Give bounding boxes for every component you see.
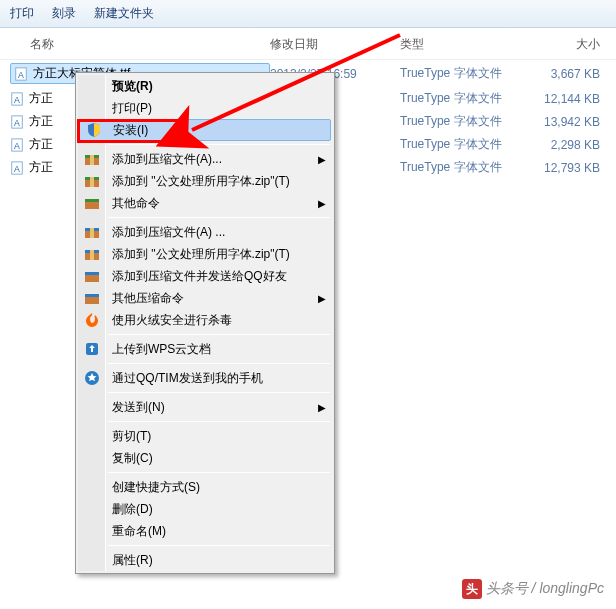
file-type: TrueType 字体文件 — [400, 136, 520, 153]
file-size: 3,667 KB — [520, 67, 600, 81]
toutiao-icon: 头 — [462, 579, 482, 599]
toolbar-burn[interactable]: 刻录 — [52, 5, 76, 22]
chevron-right-icon: ▶ — [318, 154, 326, 165]
menu-add-archive-qq[interactable]: 添加到压缩文件并发送给QQ好友 — [78, 265, 332, 287]
annotation-highlight-box — [77, 119, 185, 143]
file-type: TrueType 字体文件 — [400, 159, 520, 176]
menu-add-archive-2[interactable]: 添加到压缩文件(A) ... — [78, 221, 332, 243]
file-size: 12,793 KB — [520, 161, 600, 175]
menu-cut[interactable]: 剪切(T) — [78, 425, 332, 447]
menu-add-zip-2[interactable]: 添加到 "公文处理所用字体.zip"(T) — [78, 243, 332, 265]
star-icon — [84, 370, 100, 386]
font-file-icon: A — [14, 67, 28, 81]
menu-rename[interactable]: 重命名(M) — [78, 520, 332, 542]
menu-add-zip[interactable]: 添加到 "公文处理所用字体.zip"(T) — [78, 170, 332, 192]
cloud-upload-icon — [84, 341, 100, 357]
font-file-icon: A — [10, 115, 24, 129]
menu-add-archive[interactable]: 添加到压缩文件(A)...▶ — [78, 148, 332, 170]
svg-text:A: A — [14, 140, 20, 150]
archive-icon — [84, 151, 100, 167]
toolbar-print[interactable]: 打印 — [10, 5, 34, 22]
menu-upload-wps[interactable]: 上传到WPS云文档 — [78, 338, 332, 360]
archive-icon — [84, 290, 100, 306]
svg-text:A: A — [14, 117, 20, 127]
menu-send-to[interactable]: 发送到(N)▶ — [78, 396, 332, 418]
svg-rect-23 — [90, 250, 94, 260]
explorer-toolbar: 打印 刻录 新建文件夹 — [0, 0, 616, 28]
file-name: 方正 — [29, 159, 53, 176]
svg-rect-15 — [90, 177, 94, 187]
archive-icon — [84, 195, 100, 211]
svg-text:A: A — [18, 69, 24, 79]
col-date-header[interactable]: 修改日期 — [270, 36, 400, 53]
menu-delete[interactable]: 删除(D) — [78, 498, 332, 520]
watermark-text: 头条号 / longlingPc — [486, 580, 604, 598]
file-type: TrueType 字体文件 — [400, 90, 520, 107]
svg-rect-17 — [85, 199, 99, 202]
chevron-right-icon: ▶ — [318, 402, 326, 413]
file-size: 2,298 KB — [520, 138, 600, 152]
archive-icon — [84, 268, 100, 284]
archive-icon — [84, 173, 100, 189]
svg-rect-27 — [85, 294, 99, 297]
file-type: TrueType 字体文件 — [400, 65, 520, 82]
svg-rect-12 — [90, 155, 94, 165]
flame-icon — [84, 312, 100, 328]
file-size: 13,942 KB — [520, 115, 600, 129]
menu-create-shortcut[interactable]: 创建快捷方式(S) — [78, 476, 332, 498]
col-size-header[interactable]: 大小 — [520, 36, 600, 53]
column-headers: 名称 修改日期 类型 大小 — [0, 28, 616, 60]
svg-text:A: A — [14, 163, 20, 173]
context-menu: 预览(R) 打印(P) 安装(I) 添加到压缩文件(A)...▶ 添加到 "公文… — [75, 72, 335, 574]
menu-send-qq[interactable]: 通过QQ/TIM发送到我的手机 — [78, 367, 332, 389]
font-file-icon: A — [10, 92, 24, 106]
archive-icon — [84, 246, 100, 262]
font-file-icon: A — [10, 138, 24, 152]
file-type: TrueType 字体文件 — [400, 113, 520, 130]
chevron-right-icon: ▶ — [318, 293, 326, 304]
font-file-icon: A — [10, 161, 24, 175]
col-name-header[interactable]: 名称 — [10, 36, 270, 53]
menu-huorong-scan[interactable]: 使用火绒安全进行杀毒 — [78, 309, 332, 331]
file-name: 方正 — [29, 136, 53, 153]
watermark: 头 头条号 / longlingPc — [462, 579, 604, 599]
svg-rect-20 — [90, 228, 94, 238]
chevron-right-icon: ▶ — [318, 198, 326, 209]
menu-print[interactable]: 打印(P) — [78, 97, 332, 119]
file-size: 12,144 KB — [520, 92, 600, 106]
file-name: 方正 — [29, 113, 53, 130]
menu-other-cmds[interactable]: 其他命令▶ — [78, 192, 332, 214]
menu-other-compress[interactable]: 其他压缩命令▶ — [78, 287, 332, 309]
menu-preview[interactable]: 预览(R) — [78, 75, 332, 97]
menu-properties[interactable]: 属性(R) — [78, 549, 332, 571]
archive-icon — [84, 224, 100, 240]
file-name: 方正 — [29, 90, 53, 107]
toolbar-newfolder[interactable]: 新建文件夹 — [94, 5, 154, 22]
svg-text:A: A — [14, 94, 20, 104]
svg-rect-25 — [85, 272, 99, 275]
col-type-header[interactable]: 类型 — [400, 36, 520, 53]
menu-copy[interactable]: 复制(C) — [78, 447, 332, 469]
